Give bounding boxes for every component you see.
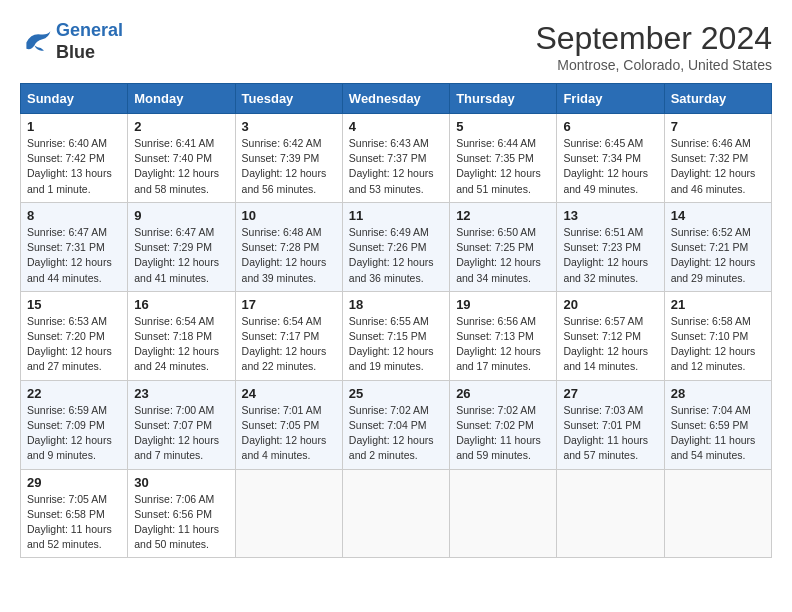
day-info: Sunrise: 7:02 AMSunset: 7:04 PMDaylight:… bbox=[349, 403, 443, 464]
sunset-label: Sunset: 7:35 PM bbox=[456, 152, 534, 164]
sunset-label: Sunset: 7:01 PM bbox=[563, 419, 641, 431]
sunrise-label: Sunrise: 6:47 AM bbox=[134, 226, 214, 238]
day-number: 3 bbox=[242, 119, 336, 134]
day-number: 29 bbox=[27, 475, 121, 490]
sunset-label: Sunset: 7:10 PM bbox=[671, 330, 749, 342]
daylight-label: Daylight: 11 hours and 50 minutes. bbox=[134, 523, 219, 550]
calendar-day-cell: 23Sunrise: 7:00 AMSunset: 7:07 PMDayligh… bbox=[128, 380, 235, 469]
daylight-label: Daylight: 11 hours and 54 minutes. bbox=[671, 434, 756, 461]
sunset-label: Sunset: 7:25 PM bbox=[456, 241, 534, 253]
calendar-day-cell: 24Sunrise: 7:01 AMSunset: 7:05 PMDayligh… bbox=[235, 380, 342, 469]
sunset-label: Sunset: 7:20 PM bbox=[27, 330, 105, 342]
empty-day-cell bbox=[235, 469, 342, 558]
sunset-label: Sunset: 7:23 PM bbox=[563, 241, 641, 253]
day-info: Sunrise: 6:46 AMSunset: 7:32 PMDaylight:… bbox=[671, 136, 765, 197]
daylight-label: Daylight: 12 hours and 29 minutes. bbox=[671, 256, 756, 283]
calendar-day-cell: 6Sunrise: 6:45 AMSunset: 7:34 PMDaylight… bbox=[557, 114, 664, 203]
calendar-day-cell: 30Sunrise: 7:06 AMSunset: 6:56 PMDayligh… bbox=[128, 469, 235, 558]
day-number: 5 bbox=[456, 119, 550, 134]
daylight-label: Daylight: 12 hours and 22 minutes. bbox=[242, 345, 327, 372]
day-info: Sunrise: 6:48 AMSunset: 7:28 PMDaylight:… bbox=[242, 225, 336, 286]
daylight-label: Daylight: 12 hours and 14 minutes. bbox=[563, 345, 648, 372]
day-number: 8 bbox=[27, 208, 121, 223]
sunset-label: Sunset: 7:09 PM bbox=[27, 419, 105, 431]
daylight-label: Daylight: 12 hours and 4 minutes. bbox=[242, 434, 327, 461]
calendar-day-cell: 11Sunrise: 6:49 AMSunset: 7:26 PMDayligh… bbox=[342, 202, 449, 291]
daylight-label: Daylight: 12 hours and 32 minutes. bbox=[563, 256, 648, 283]
daylight-label: Daylight: 12 hours and 44 minutes. bbox=[27, 256, 112, 283]
sunrise-label: Sunrise: 7:02 AM bbox=[349, 404, 429, 416]
sunrise-label: Sunrise: 7:01 AM bbox=[242, 404, 322, 416]
day-number: 23 bbox=[134, 386, 228, 401]
sunrise-label: Sunrise: 6:50 AM bbox=[456, 226, 536, 238]
sunrise-label: Sunrise: 6:47 AM bbox=[27, 226, 107, 238]
day-info: Sunrise: 6:43 AMSunset: 7:37 PMDaylight:… bbox=[349, 136, 443, 197]
col-header-thursday: Thursday bbox=[450, 84, 557, 114]
calendar-day-cell: 28Sunrise: 7:04 AMSunset: 6:59 PMDayligh… bbox=[664, 380, 771, 469]
day-number: 13 bbox=[563, 208, 657, 223]
daylight-label: Daylight: 13 hours and 1 minute. bbox=[27, 167, 112, 194]
daylight-label: Daylight: 12 hours and 58 minutes. bbox=[134, 167, 219, 194]
day-info: Sunrise: 6:57 AMSunset: 7:12 PMDaylight:… bbox=[563, 314, 657, 375]
calendar-day-cell: 5Sunrise: 6:44 AMSunset: 7:35 PMDaylight… bbox=[450, 114, 557, 203]
sunrise-label: Sunrise: 6:58 AM bbox=[671, 315, 751, 327]
day-number: 24 bbox=[242, 386, 336, 401]
sunrise-label: Sunrise: 6:46 AM bbox=[671, 137, 751, 149]
daylight-label: Daylight: 12 hours and 49 minutes. bbox=[563, 167, 648, 194]
sunset-label: Sunset: 7:15 PM bbox=[349, 330, 427, 342]
calendar-day-cell: 29Sunrise: 7:05 AMSunset: 6:58 PMDayligh… bbox=[21, 469, 128, 558]
day-info: Sunrise: 6:54 AMSunset: 7:17 PMDaylight:… bbox=[242, 314, 336, 375]
day-info: Sunrise: 6:53 AMSunset: 7:20 PMDaylight:… bbox=[27, 314, 121, 375]
sunset-label: Sunset: 7:29 PM bbox=[134, 241, 212, 253]
sunset-label: Sunset: 7:07 PM bbox=[134, 419, 212, 431]
calendar-day-cell: 13Sunrise: 6:51 AMSunset: 7:23 PMDayligh… bbox=[557, 202, 664, 291]
logo-text: General Blue bbox=[56, 20, 123, 63]
day-number: 22 bbox=[27, 386, 121, 401]
col-header-wednesday: Wednesday bbox=[342, 84, 449, 114]
day-number: 15 bbox=[27, 297, 121, 312]
sunrise-label: Sunrise: 6:51 AM bbox=[563, 226, 643, 238]
calendar-day-cell: 27Sunrise: 7:03 AMSunset: 7:01 PMDayligh… bbox=[557, 380, 664, 469]
daylight-label: Daylight: 12 hours and 7 minutes. bbox=[134, 434, 219, 461]
day-number: 14 bbox=[671, 208, 765, 223]
calendar-day-cell: 2Sunrise: 6:41 AMSunset: 7:40 PMDaylight… bbox=[128, 114, 235, 203]
calendar-week-row: 15Sunrise: 6:53 AMSunset: 7:20 PMDayligh… bbox=[21, 291, 772, 380]
empty-day-cell bbox=[557, 469, 664, 558]
day-number: 6 bbox=[563, 119, 657, 134]
calendar-week-row: 29Sunrise: 7:05 AMSunset: 6:58 PMDayligh… bbox=[21, 469, 772, 558]
sunrise-label: Sunrise: 7:03 AM bbox=[563, 404, 643, 416]
day-info: Sunrise: 6:47 AMSunset: 7:31 PMDaylight:… bbox=[27, 225, 121, 286]
sunrise-label: Sunrise: 6:43 AM bbox=[349, 137, 429, 149]
calendar-day-cell: 18Sunrise: 6:55 AMSunset: 7:15 PMDayligh… bbox=[342, 291, 449, 380]
day-number: 10 bbox=[242, 208, 336, 223]
daylight-label: Daylight: 12 hours and 36 minutes. bbox=[349, 256, 434, 283]
sunrise-label: Sunrise: 7:06 AM bbox=[134, 493, 214, 505]
sunrise-label: Sunrise: 6:41 AM bbox=[134, 137, 214, 149]
day-info: Sunrise: 6:52 AMSunset: 7:21 PMDaylight:… bbox=[671, 225, 765, 286]
daylight-label: Daylight: 12 hours and 41 minutes. bbox=[134, 256, 219, 283]
day-number: 4 bbox=[349, 119, 443, 134]
sunrise-label: Sunrise: 6:48 AM bbox=[242, 226, 322, 238]
day-info: Sunrise: 6:47 AMSunset: 7:29 PMDaylight:… bbox=[134, 225, 228, 286]
day-number: 19 bbox=[456, 297, 550, 312]
sunrise-label: Sunrise: 6:44 AM bbox=[456, 137, 536, 149]
daylight-label: Daylight: 12 hours and 34 minutes. bbox=[456, 256, 541, 283]
sunset-label: Sunset: 7:37 PM bbox=[349, 152, 427, 164]
sunrise-label: Sunrise: 6:59 AM bbox=[27, 404, 107, 416]
sunset-label: Sunset: 7:05 PM bbox=[242, 419, 320, 431]
day-info: Sunrise: 7:00 AMSunset: 7:07 PMDaylight:… bbox=[134, 403, 228, 464]
calendar-day-cell: 7Sunrise: 6:46 AMSunset: 7:32 PMDaylight… bbox=[664, 114, 771, 203]
sunset-label: Sunset: 7:04 PM bbox=[349, 419, 427, 431]
day-info: Sunrise: 7:03 AMSunset: 7:01 PMDaylight:… bbox=[563, 403, 657, 464]
sunset-label: Sunset: 7:18 PM bbox=[134, 330, 212, 342]
daylight-label: Daylight: 12 hours and 17 minutes. bbox=[456, 345, 541, 372]
daylight-label: Daylight: 12 hours and 39 minutes. bbox=[242, 256, 327, 283]
daylight-label: Daylight: 12 hours and 2 minutes. bbox=[349, 434, 434, 461]
sunrise-label: Sunrise: 6:42 AM bbox=[242, 137, 322, 149]
daylight-label: Daylight: 12 hours and 24 minutes. bbox=[134, 345, 219, 372]
calendar-day-cell: 20Sunrise: 6:57 AMSunset: 7:12 PMDayligh… bbox=[557, 291, 664, 380]
calendar-day-cell: 14Sunrise: 6:52 AMSunset: 7:21 PMDayligh… bbox=[664, 202, 771, 291]
daylight-label: Daylight: 12 hours and 51 minutes. bbox=[456, 167, 541, 194]
day-number: 7 bbox=[671, 119, 765, 134]
day-number: 16 bbox=[134, 297, 228, 312]
